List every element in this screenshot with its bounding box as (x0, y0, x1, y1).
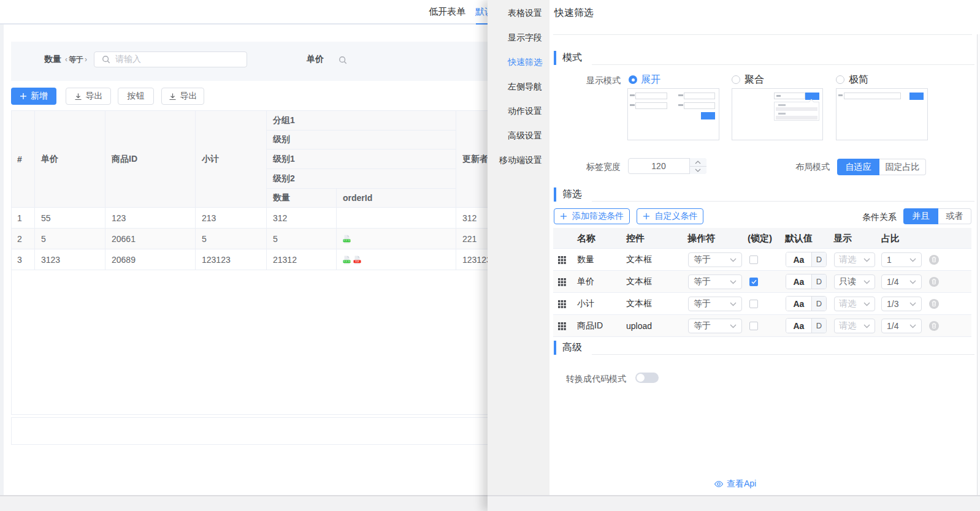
svg-text:PDF: PDF (355, 260, 359, 263)
svg-text:XLS X4: XLS X4 (343, 260, 350, 263)
svg-text:XLS X4: XLS X4 (343, 240, 350, 242)
